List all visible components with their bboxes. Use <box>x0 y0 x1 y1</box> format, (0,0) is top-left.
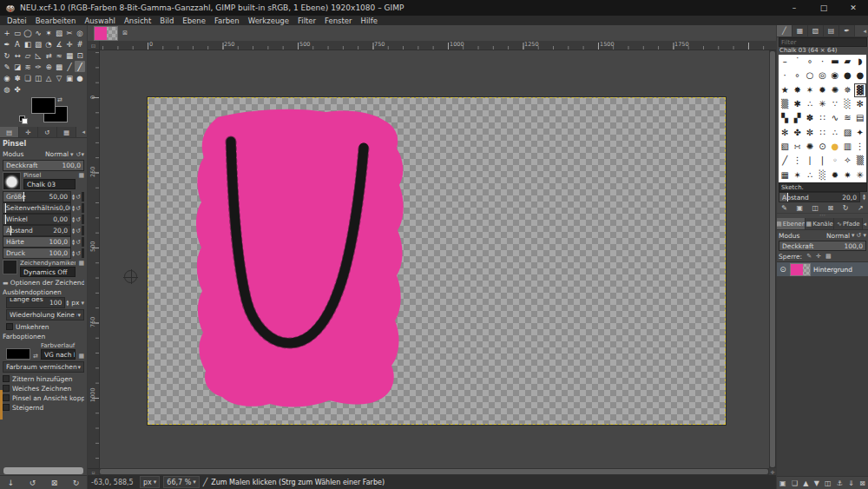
brush-cell[interactable]: ∴ <box>804 97 816 111</box>
brush-editor-icon[interactable]: ▦ <box>78 172 84 190</box>
option-checkbox[interactable] <box>3 375 10 382</box>
toolbox-tool[interactable]: ✛ <box>64 38 75 50</box>
brush-cell[interactable]: ◉ <box>829 69 841 83</box>
image-tab-close-icon[interactable]: ⊠ <box>122 30 128 36</box>
brush-cell[interactable]: ⋮ <box>854 140 866 154</box>
toolbox-tool[interactable]: ◧ <box>23 38 33 50</box>
brush-cell[interactable]: ✺ <box>804 140 816 154</box>
brush-cell[interactable]: ✹ <box>816 83 828 97</box>
close-button[interactable]: ✕ <box>838 0 868 16</box>
toolbox-tool[interactable]: ▭ <box>12 27 23 38</box>
brush-cell[interactable]: ▦ <box>779 168 791 182</box>
toolbox-tool[interactable]: ▩ <box>54 61 64 72</box>
toolbox-tool[interactable]: ▦ <box>64 50 75 61</box>
brush-cell[interactable]: ▒ <box>854 154 866 168</box>
toolbox-tool[interactable]: ╱ <box>75 61 85 72</box>
option-slider[interactable]: Abstand20,0 <box>3 225 71 236</box>
visibility-eye-icon[interactable]: ⊙ <box>779 265 787 274</box>
brush-name-entry[interactable]: Chalk 03 <box>23 179 76 189</box>
mode-menu-icon[interactable]: ▾ <box>81 151 84 158</box>
menu-item[interactable]: Ebene <box>178 17 210 25</box>
dock-tab[interactable]: ∿ Pfade <box>834 218 863 229</box>
brush-cell[interactable]: ✸ <box>791 83 803 97</box>
toolbox-tool[interactable]: ✒ <box>2 38 12 50</box>
toolbox-tool[interactable]: ✤ <box>12 83 23 95</box>
toolbox-tool[interactable]: △ <box>43 72 54 83</box>
brush-cell[interactable]: ● <box>841 69 853 83</box>
minimize-button[interactable]: – <box>779 0 809 16</box>
option-slider[interactable]: Winkel0,00 <box>3 214 71 225</box>
brush-cell[interactable]: ✺ <box>829 83 841 97</box>
brush-cell[interactable]: ◗ <box>854 55 866 69</box>
layer-action-button[interactable]: ⚓ <box>837 479 843 487</box>
brush-cell[interactable]: ∴ <box>829 125 841 139</box>
gradient-swatch[interactable] <box>6 348 30 360</box>
toolbox-tool[interactable]: ⊕ <box>43 61 54 72</box>
toolbox-tool[interactable]: ✎ <box>2 61 12 72</box>
horizontal-scrollbar[interactable] <box>99 468 769 475</box>
maximize-button[interactable]: □ <box>809 0 838 16</box>
brush-cell[interactable]: ∣ <box>804 154 816 168</box>
menu-item[interactable]: Ansicht <box>120 17 155 25</box>
brush-cell[interactable]: ✶ <box>804 83 816 97</box>
brush-cell[interactable]: ∘ <box>791 69 803 83</box>
brush-thumbnail[interactable] <box>3 172 21 190</box>
brush-action-button[interactable]: ↻ <box>843 204 849 212</box>
option-slider[interactable]: Seitenverhältnis0,00 <box>3 202 71 214</box>
toolbox-tool[interactable]: ✂ <box>64 27 75 38</box>
toolbox-tool[interactable]: ≈ <box>54 50 64 61</box>
brush-cell[interactable]: ▒ <box>779 97 791 111</box>
lock-icon[interactable]: ▩ <box>825 253 832 260</box>
dock-tab[interactable]: ▦ <box>57 127 76 137</box>
reset-value-icon[interactable]: ↺ <box>76 205 81 212</box>
dynamics-thumbnail[interactable] <box>3 260 17 274</box>
menu-item[interactable]: Datei <box>3 17 31 25</box>
dock-tab[interactable]: ✛ <box>19 127 38 137</box>
toolbox-tool[interactable]: # <box>75 38 85 50</box>
image-layer-canvas[interactable] <box>148 97 726 425</box>
toolbox-tool[interactable]: ∿ <box>33 27 43 38</box>
zoom-select[interactable]: 66,7 %▾ <box>163 476 199 488</box>
option-extra-handle[interactable] <box>82 215 84 224</box>
toolbox-tool[interactable]: ◯ <box>23 27 33 38</box>
brush-cell[interactable]: ✽ <box>804 111 816 125</box>
brush-cell[interactable]: ░ <box>841 97 853 111</box>
foreground-color-swatch[interactable] <box>31 97 56 114</box>
brush-cell[interactable]: ★ <box>779 83 791 97</box>
brush-cell[interactable]: – <box>779 55 791 69</box>
dock-menu-icon[interactable]: ◂ <box>82 127 87 137</box>
brush-cell[interactable]: ⊙ <box>816 140 828 154</box>
spinner-buttons[interactable]: ▲▼ <box>65 300 69 307</box>
brush-cell[interactable]: ✻ <box>779 125 791 139</box>
brush-filter-input[interactable] <box>779 37 867 47</box>
brush-cell[interactable]: ˙ <box>791 55 803 69</box>
brush-cell[interactable]: ∺ <box>791 140 803 154</box>
menu-item[interactable]: Bearbeiten <box>31 17 81 25</box>
gradient-editor-icon[interactable]: ▦ <box>78 353 84 360</box>
menu-item[interactable]: Bild <box>155 17 178 25</box>
toolbox-tool[interactable]: ≋ <box>23 61 33 72</box>
vertical-scrollbar[interactable] <box>769 50 776 468</box>
brush-action-button[interactable]: ▣ <box>796 204 803 212</box>
reverse-gradient-icon[interactable]: ⇄ <box>33 353 38 360</box>
brush-cell[interactable]: ✷ <box>841 168 853 182</box>
menu-item[interactable]: Farben <box>210 17 244 25</box>
option-checkbox[interactable] <box>3 385 10 392</box>
toolbox-tool[interactable]: ◔ <box>43 38 54 50</box>
option-slider[interactable]: Härte100,0 <box>3 236 71 248</box>
dock-tab[interactable]: ↺ <box>38 127 57 137</box>
brush-cell[interactable]: ▚ <box>779 111 791 125</box>
swap-colors-icon[interactable]: ⇄ <box>57 96 62 103</box>
layer-action-button[interactable]: ⇓ <box>848 479 854 487</box>
dock-tab[interactable]: ▦ Kanäle <box>806 218 834 229</box>
toolbox-tool[interactable]: ◍ <box>2 83 12 95</box>
brush-cell[interactable]: ○ <box>804 69 816 83</box>
option-extra-handle[interactable] <box>82 226 84 235</box>
brush-cell[interactable]: ✦ <box>854 125 866 139</box>
option-extra-handle[interactable] <box>82 248 84 258</box>
layer-action-button[interactable]: ▲ <box>803 479 808 487</box>
layer-action-button[interactable]: ▣ <box>779 479 786 487</box>
brush-cell[interactable]: ✧ <box>841 154 853 168</box>
brush-cell[interactable]: ✵ <box>841 83 853 97</box>
brush-cell[interactable]: · <box>779 69 791 83</box>
